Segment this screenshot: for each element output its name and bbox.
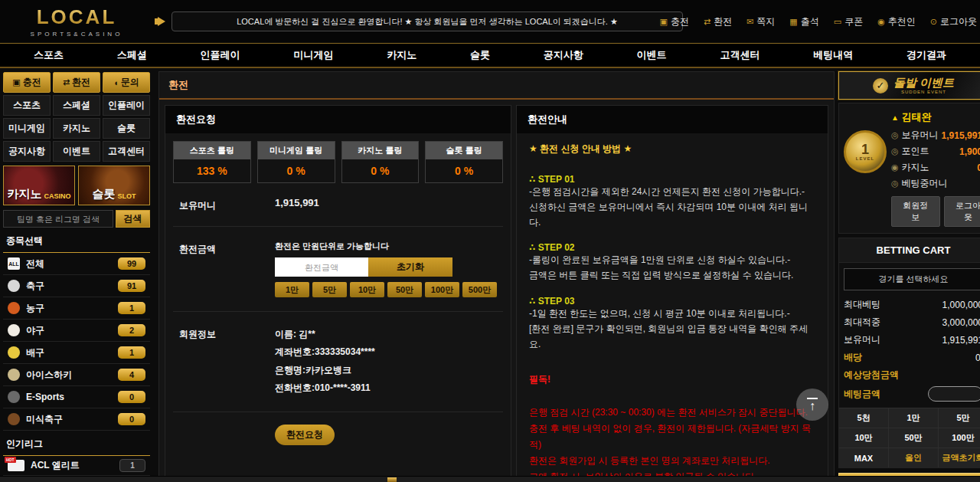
quick-sports[interactable]: 스포츠 bbox=[3, 95, 51, 116]
message-icon: ✉ bbox=[746, 17, 753, 27]
menu-withdraw[interactable]: ⇄환전 bbox=[704, 15, 732, 28]
nav-casino[interactable]: 카지노 bbox=[387, 48, 416, 62]
quick-support[interactable]: 고객센터 bbox=[103, 141, 150, 162]
nav-special[interactable]: 스페셜 bbox=[117, 48, 147, 62]
max-bet-row: 최대베팅 1,000,000 bbox=[839, 296, 980, 313]
slot-banner[interactable]: 슬롯 SLOT bbox=[78, 166, 150, 205]
casino-banner[interactable]: 카지노 CASINO bbox=[3, 166, 75, 205]
point-icon: ◎ bbox=[891, 146, 899, 156]
member-info-button[interactable]: 회원정보 bbox=[891, 196, 940, 227]
level-badge: 1 LEVEL bbox=[844, 130, 887, 173]
quick-casino[interactable]: 카지노 bbox=[53, 118, 100, 139]
count-badge: 2 bbox=[118, 324, 145, 336]
sports-section-title: 종목선택 bbox=[3, 228, 150, 253]
search-input[interactable] bbox=[3, 210, 113, 228]
sudden-event-banner[interactable]: ✓ 돌발 이벤트 SUDDEN EVENT bbox=[838, 71, 980, 100]
leagues-section-title: 인기리그 bbox=[3, 431, 150, 456]
volleyball-icon bbox=[8, 346, 20, 359]
sport-item-esports[interactable]: E-Sports 0 bbox=[3, 386, 150, 408]
panel-header: 환전요청 bbox=[165, 106, 511, 133]
odds-row: 배당 0. bbox=[839, 349, 980, 366]
sport-item-volleyball[interactable]: 배구 1 bbox=[3, 342, 150, 364]
count-badge: 99 bbox=[118, 257, 145, 270]
amount-note: 환전은 만원단위로 가능합니다 bbox=[275, 241, 497, 252]
nav-bet-history[interactable]: 베팅내역 bbox=[813, 48, 853, 62]
menu-attendance[interactable]: ▦출석 bbox=[789, 15, 818, 28]
logout-button[interactable]: 로그아웃 bbox=[944, 196, 980, 227]
reset-button[interactable]: 초기화 bbox=[368, 257, 452, 277]
scroll-top-button[interactable]: ↑ bbox=[796, 389, 828, 421]
search-button[interactable]: 검색 bbox=[116, 210, 150, 228]
preset-50000[interactable]: 5만 bbox=[939, 408, 980, 428]
coupon-icon: ▭ bbox=[834, 17, 841, 27]
menu-coupon[interactable]: ▭쿠폰 bbox=[834, 15, 863, 28]
count-badge: 1 bbox=[119, 459, 145, 472]
preset-10000[interactable]: 1만 bbox=[889, 408, 938, 428]
deposit-icon: ▣ bbox=[12, 77, 20, 87]
count-badge: 0 bbox=[118, 391, 145, 403]
nav-notice[interactable]: 공지사항 bbox=[544, 48, 583, 62]
nav-sports[interactable]: 스포츠 bbox=[34, 48, 64, 62]
preset-100k[interactable]: 10만 bbox=[350, 282, 384, 297]
quick-inquiry-button[interactable]: ◖문의 bbox=[103, 72, 150, 93]
rolling-casino: 카지노 롤링 0 % bbox=[341, 141, 420, 183]
warning-title: 필독! bbox=[529, 373, 815, 386]
league-item-acl[interactable]: HOT ACL 엘리트 1 bbox=[3, 456, 150, 476]
logo[interactable]: LOCAL SPORTS&CASINO bbox=[0, 5, 153, 38]
betting-cart-title: BETTING CART bbox=[839, 238, 980, 263]
sport-item-football[interactable]: 미식축구 0 bbox=[3, 408, 150, 431]
quick-slot[interactable]: 슬롯 bbox=[103, 118, 150, 139]
guide-title: ★ 환전 신청 안내 방법 ★ bbox=[529, 143, 815, 156]
sport-item-icehockey[interactable]: 아이스하키 4 bbox=[3, 364, 150, 386]
point-row: ◎ 포인트 1,900 ↻ bbox=[891, 145, 980, 158]
nav-results[interactable]: 경기결과 bbox=[906, 48, 946, 62]
preset-500000[interactable]: 50만 bbox=[889, 428, 938, 448]
preset-max[interactable]: MAX bbox=[839, 448, 888, 467]
quick-withdraw-button[interactable]: ⇄환전 bbox=[53, 72, 100, 93]
sport-item-all[interactable]: ALL 전체 99 bbox=[3, 253, 150, 275]
preset-allin[interactable]: 올인 bbox=[889, 448, 938, 467]
preset-1000000[interactable]: 100만 bbox=[939, 428, 980, 448]
chip-icon: ◉ bbox=[891, 162, 899, 172]
preset-10k[interactable]: 1만 bbox=[275, 282, 309, 297]
logo-subtitle: SPORTS&CASINO bbox=[0, 31, 153, 38]
menu-referral[interactable]: ◉추천인 bbox=[877, 15, 916, 28]
step1-title: ∴ STEP 01 bbox=[529, 174, 815, 185]
quick-deposit-button[interactable]: ▣충전 bbox=[3, 72, 51, 93]
footer-bar bbox=[0, 476, 980, 482]
amount-row: 환전금액 환전은 만원단위로 가능합니다 초기화 1만 bbox=[173, 227, 503, 312]
member-account: 계좌번호:333335034**** bbox=[275, 343, 375, 361]
withdraw-submit-button[interactable]: 환전요청 bbox=[275, 425, 335, 445]
nav-support[interactable]: 고객센터 bbox=[720, 48, 760, 62]
quick-special[interactable]: 스페셜 bbox=[53, 95, 100, 116]
rolling-slot: 슬롯 롤링 0 % bbox=[425, 141, 503, 183]
withdraw-amount-input[interactable] bbox=[275, 257, 368, 277]
league-logo: HOT bbox=[8, 460, 24, 471]
nav-minigame[interactable]: 미니게임 bbox=[293, 48, 333, 62]
nav-event[interactable]: 이벤트 bbox=[637, 48, 667, 62]
menu-deposit[interactable]: ▣충전 bbox=[660, 15, 689, 28]
preset-500k[interactable]: 50만 bbox=[387, 282, 422, 297]
member-phone: 전화번호:010-****-3911 bbox=[275, 379, 375, 397]
preset-100000[interactable]: 10만 bbox=[839, 428, 888, 448]
quick-minigame[interactable]: 미니게임 bbox=[3, 118, 51, 139]
preset-5m[interactable]: 500만 bbox=[462, 282, 497, 297]
menu-logout[interactable]: ⊙로그아웃 bbox=[930, 15, 977, 28]
preset-1m[interactable]: 100만 bbox=[425, 282, 459, 297]
nav-slot[interactable]: 슬롯 bbox=[470, 48, 490, 62]
member-bank: 은행명:카카오뱅크 bbox=[275, 362, 375, 379]
quick-event[interactable]: 이벤트 bbox=[53, 141, 100, 162]
preset-5000[interactable]: 5천 bbox=[839, 408, 888, 428]
quick-notice[interactable]: 공지사항 bbox=[3, 141, 51, 162]
quick-inplay[interactable]: 인플레이 bbox=[103, 95, 150, 116]
menu-message[interactable]: ✉쪽지 bbox=[746, 15, 775, 28]
bet-amount-input[interactable] bbox=[928, 386, 980, 402]
preset-50k[interactable]: 5만 bbox=[312, 282, 347, 297]
preset-clear[interactable]: 금액초기화 bbox=[939, 448, 980, 467]
nav-inplay[interactable]: 인플레이 bbox=[201, 48, 240, 62]
sport-item-baseball[interactable]: 야구 2 bbox=[3, 320, 150, 342]
logo-title: LOCAL bbox=[0, 5, 153, 29]
sport-item-basketball[interactable]: 농구 1 bbox=[3, 297, 150, 320]
sport-item-soccer[interactable]: 축구 91 bbox=[3, 275, 150, 297]
left-sidebar: ▣충전 ⇄환전 ◖문의 스포츠 스페셜 인플레이 미니게임 카지노 슬롯 공지사… bbox=[0, 68, 153, 482]
